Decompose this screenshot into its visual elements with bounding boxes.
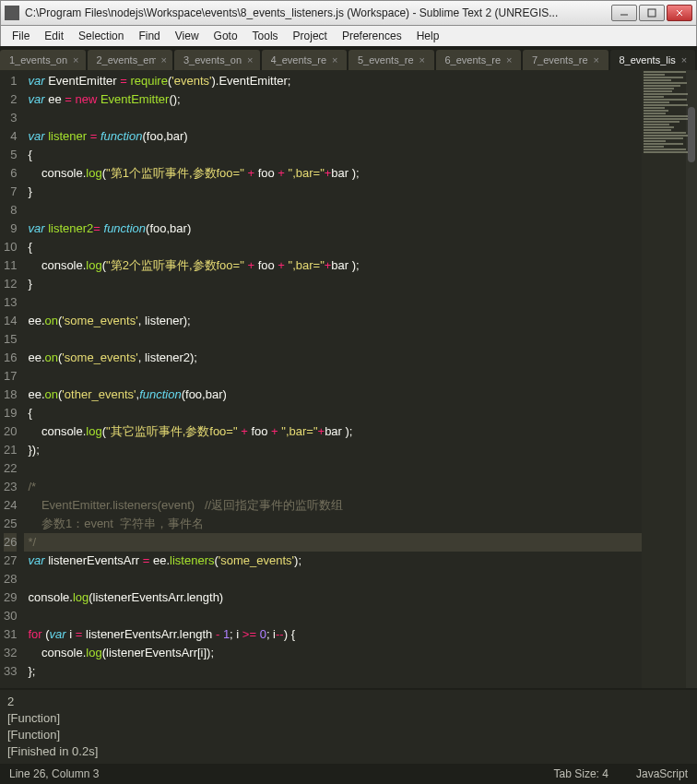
menu-item-project[interactable]: Project [286, 28, 335, 44]
code-line[interactable] [24, 201, 642, 220]
tab-label: 8_events_lis [620, 54, 676, 65]
code-line[interactable]: console.log("其它监听事件,参数foo=" + foo + ",ba… [24, 422, 642, 441]
line-number: 18 [4, 386, 17, 404]
code-line[interactable]: var listenerEventsArr = ee.listeners('so… [24, 552, 642, 570]
scrollbar-vertical[interactable] [686, 70, 697, 688]
close-icon[interactable]: × [73, 54, 78, 65]
line-number: 32 [4, 644, 17, 662]
menu-item-preferences[interactable]: Preferences [335, 28, 409, 44]
code-line[interactable]: ee.on('other_events',function(foo,bar) [24, 386, 642, 404]
code-line[interactable]: var listener = function(foo,bar) [24, 127, 642, 146]
line-number: 21 [4, 441, 17, 459]
line-number: 16 [4, 349, 17, 367]
line-number: 33 [4, 662, 17, 681]
code-line[interactable]: { [24, 238, 642, 256]
code-line[interactable]: }; [24, 662, 642, 681]
file-tab[interactable]: 8_events_lis× [610, 50, 696, 70]
code-line[interactable]: for (var i = listenerEventsArr.length - … [24, 625, 642, 644]
file-tab[interactable]: 1_events_on× [0, 50, 86, 70]
line-number: 15 [4, 330, 17, 349]
line-number: 24 [4, 496, 17, 515]
code-line[interactable] [24, 330, 642, 349]
code-line[interactable]: */ [24, 533, 642, 552]
menu-item-file[interactable]: File [5, 28, 37, 44]
tab-label: 5_events_re [358, 54, 414, 65]
file-tab[interactable]: 4_events_re× [262, 50, 348, 70]
console-line: [Function] [7, 727, 690, 743]
status-language[interactable]: JavaScript [636, 767, 688, 780]
close-icon[interactable]: × [681, 54, 687, 65]
code-line[interactable]: 参数1：event 字符串，事件名 [24, 515, 642, 533]
window-title: C:\Program Files\nodejs\Workspace\events… [25, 6, 611, 19]
code-line[interactable]: ee.on('some_events', listener); [24, 312, 642, 330]
menu-item-help[interactable]: Help [409, 28, 447, 44]
code-line[interactable] [24, 109, 642, 127]
close-icon[interactable]: × [419, 54, 425, 65]
menu-item-goto[interactable]: Goto [207, 28, 245, 44]
code-line[interactable]: console.log(listenerEventsArr[i]); [24, 644, 642, 662]
code-line[interactable]: console.log("第2个监听事件,参数foo=" + foo + ",b… [24, 256, 642, 275]
code-line[interactable]: }); [24, 441, 642, 459]
line-number: 12 [4, 275, 17, 293]
line-number: 30 [4, 607, 17, 625]
tab-label: 1_events_on [9, 54, 67, 65]
code-line[interactable] [24, 570, 642, 588]
menu-item-view[interactable]: View [168, 28, 207, 44]
code-line[interactable] [24, 459, 642, 478]
close-icon[interactable]: × [594, 54, 599, 65]
status-tab-size[interactable]: Tab Size: 4 [554, 767, 608, 780]
maximize-button[interactable] [639, 5, 665, 21]
scroll-thumb[interactable] [688, 107, 695, 162]
file-tab[interactable]: 6_events_re× [436, 50, 522, 70]
menu-item-edit[interactable]: Edit [37, 28, 71, 44]
code-line[interactable] [24, 607, 642, 625]
code-line[interactable]: var ee = new EventEmitter(); [24, 90, 642, 109]
minimap[interactable] [642, 70, 697, 688]
code-editor[interactable]: 1234567891011121314151617181920212223242… [0, 70, 697, 688]
line-number: 4 [4, 127, 17, 146]
code-line[interactable]: var EventEmitter = require('events').Eve… [24, 72, 642, 90]
status-cursor: Line 26, Column 3 [9, 767, 99, 780]
code-line[interactable]: var listener2= function(foo,bar) [24, 220, 642, 238]
close-icon[interactable]: × [161, 54, 167, 65]
minimize-button[interactable] [611, 5, 637, 21]
file-tab[interactable]: 5_events_re× [348, 50, 434, 70]
line-number: 13 [4, 293, 17, 312]
code-line[interactable] [24, 367, 642, 386]
line-number: 19 [4, 404, 17, 422]
tab-label: 4_events_re [271, 54, 327, 65]
code-line[interactable]: ee.on('some_events', listener2); [24, 349, 642, 367]
code-line[interactable]: } [24, 275, 642, 293]
line-number: 29 [4, 588, 17, 607]
line-number: 28 [4, 570, 17, 588]
file-tab[interactable]: 7_events_re× [523, 50, 608, 70]
svg-rect-1 [648, 9, 656, 17]
code-line[interactable]: console.log(listenerEventsArr.length) [24, 588, 642, 607]
file-tab[interactable]: 3_events_on× [174, 50, 260, 70]
line-number: 6 [4, 164, 17, 183]
code-line[interactable]: console.log("第1个监听事件,参数foo=" + foo + ",b… [24, 164, 642, 183]
close-icon[interactable]: × [247, 54, 253, 65]
code-line[interactable]: { [24, 404, 642, 422]
line-number: 25 [4, 515, 17, 533]
file-tab[interactable]: 2_events_em× [88, 50, 173, 70]
code-line[interactable]: /* [24, 478, 642, 496]
code-line[interactable]: { [24, 146, 642, 164]
code-area[interactable]: var EventEmitter = require('events').Eve… [24, 70, 642, 688]
line-number: 31 [4, 625, 17, 644]
close-icon[interactable]: × [332, 54, 337, 65]
code-line[interactable]: } [24, 183, 642, 201]
line-number: 5 [4, 146, 17, 164]
line-number: 20 [4, 422, 17, 441]
line-gutter: 1234567891011121314151617181920212223242… [0, 70, 24, 688]
line-number: 26 [4, 533, 17, 552]
line-number: 7 [4, 183, 17, 201]
close-icon[interactable]: × [506, 54, 512, 65]
window-controls [611, 5, 692, 21]
menu-item-tools[interactable]: Tools [245, 28, 286, 44]
close-button[interactable] [667, 5, 692, 21]
code-line[interactable] [24, 293, 642, 312]
code-line[interactable]: EventEmitter.listeners(event) //返回指定事件的监… [24, 496, 642, 515]
menu-item-find[interactable]: Find [131, 28, 167, 44]
menu-item-selection[interactable]: Selection [71, 28, 131, 44]
